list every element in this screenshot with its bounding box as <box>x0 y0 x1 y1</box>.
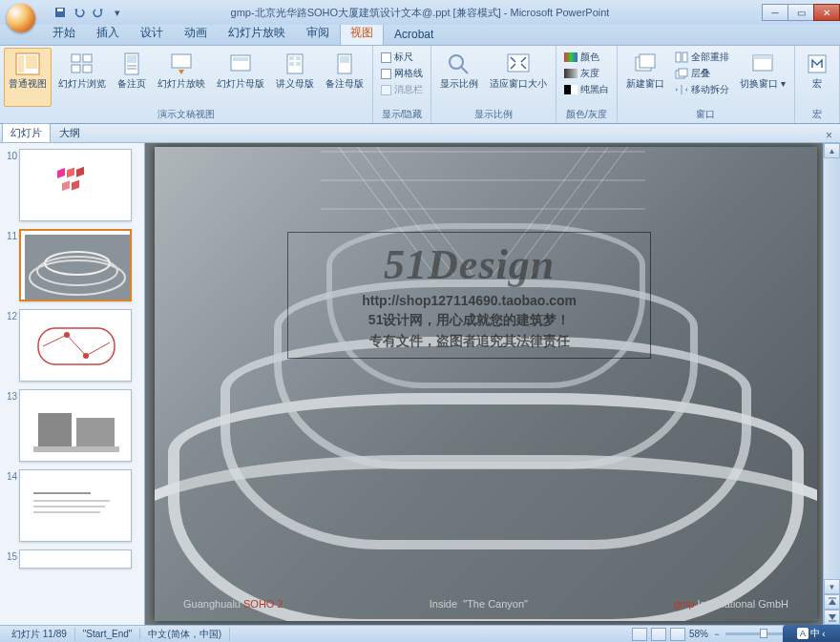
fit-window-button[interactable]: 适应窗口大小 <box>485 48 552 107</box>
watermark: 51Design http://shop127114690.taobao.com… <box>287 232 652 359</box>
color-mode-button[interactable]: 颜色 <box>562 50 611 65</box>
magnifier-icon <box>446 51 472 77</box>
svg-rect-3 <box>18 55 24 72</box>
svg-rect-22 <box>340 56 349 63</box>
qat-redo-button[interactable] <box>90 4 107 21</box>
svg-rect-28 <box>676 52 681 62</box>
svg-line-24 <box>461 67 468 73</box>
svg-rect-5 <box>72 54 80 62</box>
svg-rect-31 <box>679 69 687 76</box>
svg-rect-51 <box>38 413 72 446</box>
ime-tray[interactable]: A 中 ‹ <box>783 625 840 642</box>
zoom-out-button[interactable]: － <box>712 628 722 641</box>
slide-master-icon <box>227 51 254 77</box>
slide-sorter-button[interactable]: 幻灯片浏览 <box>53 48 111 107</box>
ribbon-group-macros: 宏 宏 <box>795 46 840 123</box>
normal-view-button[interactable]: 普通视图 <box>4 48 52 107</box>
status-layout[interactable]: "Start_End" <box>75 629 141 639</box>
notes-master-icon <box>331 51 358 77</box>
ime-icon: A <box>797 628 808 639</box>
bw-mode-button[interactable]: 纯黑白 <box>562 82 611 97</box>
svg-rect-6 <box>83 54 92 62</box>
switch-window-button[interactable]: 切换窗口 ▾ <box>735 48 790 107</box>
notes-master-button[interactable]: 备注母版 <box>321 48 368 107</box>
title-bar: ▾ gmp-北京光华路SOHO大厦建筑设计文本@.ppt [兼容模式] - Mi… <box>0 0 840 25</box>
thumbnail-10[interactable]: 10 <box>0 147 144 227</box>
slides-tab[interactable]: 幻灯片 <box>2 123 51 142</box>
status-language[interactable]: 中文(简体，中国) <box>140 628 230 641</box>
office-orb-icon <box>7 4 35 32</box>
svg-point-48 <box>64 332 70 338</box>
ribbon-tabs: 开始 插入 设计 动画 幻灯片放映 审阅 视图 Acrobat <box>0 25 840 46</box>
vertical-scrollbar[interactable]: ▲ ▼ <box>823 143 840 625</box>
prev-slide-button[interactable] <box>824 594 840 610</box>
zoom-button[interactable]: 显示比例 <box>435 48 483 107</box>
slide-sorter-icon <box>69 51 95 77</box>
svg-point-23 <box>450 55 463 69</box>
thumbnail-13[interactable]: 13 <box>0 387 144 467</box>
next-slide-button[interactable] <box>824 610 840 625</box>
normal-view-icon <box>14 51 41 77</box>
thumbnail-panel[interactable]: 10 11 12 13 14 15 <box>0 143 145 625</box>
slideshow-shortcut[interactable] <box>670 628 685 641</box>
zoom-value: 58% <box>689 629 708 639</box>
slide-canvas: 51Design http://shop127114690.taobao.com… <box>155 147 817 621</box>
cascade-button[interactable]: 层叠 <box>673 66 731 81</box>
status-slide-number[interactable]: 幻灯片 11/89 <box>4 628 75 641</box>
svg-point-49 <box>83 353 89 359</box>
scroll-up-button[interactable]: ▲ <box>824 143 840 158</box>
sorter-view-shortcut[interactable] <box>651 628 666 641</box>
handout-master-icon <box>282 51 308 77</box>
gridlines-checkbox[interactable]: 网格线 <box>379 66 425 81</box>
svg-rect-34 <box>753 55 772 59</box>
new-window-icon <box>632 51 659 77</box>
ribbon-group-zoom: 显示比例 适应窗口大小 显示比例 <box>431 46 556 123</box>
close-button[interactable]: ✕ <box>813 4 840 21</box>
svg-rect-17 <box>289 56 294 60</box>
status-bar: 幻灯片 11/89 "Start_End" 中文(简体，中国) 58% － ＋ <box>0 625 840 642</box>
ribbon-group-color: 颜色 灰度 纯黑白 颜色/灰度 <box>556 46 618 123</box>
thumbnail-11[interactable]: 11 <box>0 227 144 307</box>
slide-master-button[interactable]: 幻灯片母版 <box>212 48 269 107</box>
svg-rect-52 <box>76 418 115 446</box>
svg-rect-19 <box>289 62 294 66</box>
messagebar-checkbox[interactable]: 消息栏 <box>379 82 425 97</box>
svg-rect-53 <box>33 446 119 452</box>
svg-rect-15 <box>233 57 248 61</box>
thumbnail-14[interactable]: 14 <box>0 467 144 548</box>
slideshow-view-button[interactable]: 幻灯片放映 <box>153 48 210 107</box>
outline-slides-tabs: 幻灯片 大纲 × <box>0 124 840 143</box>
grayscale-mode-button[interactable]: 灰度 <box>562 66 611 81</box>
minimize-button[interactable]: ─ <box>762 4 788 21</box>
new-window-button[interactable]: 新建窗口 <box>621 48 669 107</box>
macros-button[interactable]: 宏 <box>799 48 835 107</box>
tab-acrobat[interactable]: Acrobat <box>384 24 444 45</box>
window-title: gmp-北京光华路SOHO大厦建筑设计文本@.ppt [兼容模式] - Micr… <box>231 6 610 20</box>
pane-close-button[interactable]: × <box>822 129 836 142</box>
svg-rect-18 <box>296 56 301 60</box>
svg-rect-27 <box>640 54 655 68</box>
thumbnail-12[interactable]: 12 <box>0 307 144 387</box>
notes-page-button[interactable]: 备注页 <box>113 48 151 107</box>
svg-text:A: A <box>800 629 806 638</box>
qat-save-button[interactable] <box>52 4 69 21</box>
thumbnail-15[interactable]: 15 <box>0 548 144 574</box>
normal-view-shortcut[interactable] <box>632 628 647 641</box>
slide-footer: Guanghualu SOHO 2 Inside "The Canyon" gm… <box>155 598 817 610</box>
handout-master-button[interactable]: 讲义母版 <box>271 48 319 107</box>
move-split-button[interactable]: 移动拆分 <box>673 82 731 97</box>
ruler-checkbox[interactable]: 标尺 <box>379 50 425 65</box>
arrange-all-button[interactable]: 全部重排 <box>673 50 731 65</box>
qat-dropdown-button[interactable]: ▾ <box>109 4 126 21</box>
macros-icon <box>804 51 830 77</box>
qat-undo-button[interactable] <box>71 4 88 21</box>
maximize-button[interactable]: ▭ <box>788 4 814 21</box>
slide-editor[interactable]: 51Design http://shop127114690.taobao.com… <box>145 143 840 625</box>
office-button[interactable] <box>4 0 38 25</box>
scroll-down-button[interactable]: ▼ <box>824 579 840 594</box>
svg-rect-13 <box>172 54 191 68</box>
outline-tab[interactable]: 大纲 <box>51 123 89 142</box>
svg-rect-10 <box>127 55 136 63</box>
svg-rect-7 <box>72 65 80 72</box>
ribbon: 普通视图 幻灯片浏览 备注页 幻灯片放映 幻灯片母版 讲义母版 <box>0 46 840 124</box>
